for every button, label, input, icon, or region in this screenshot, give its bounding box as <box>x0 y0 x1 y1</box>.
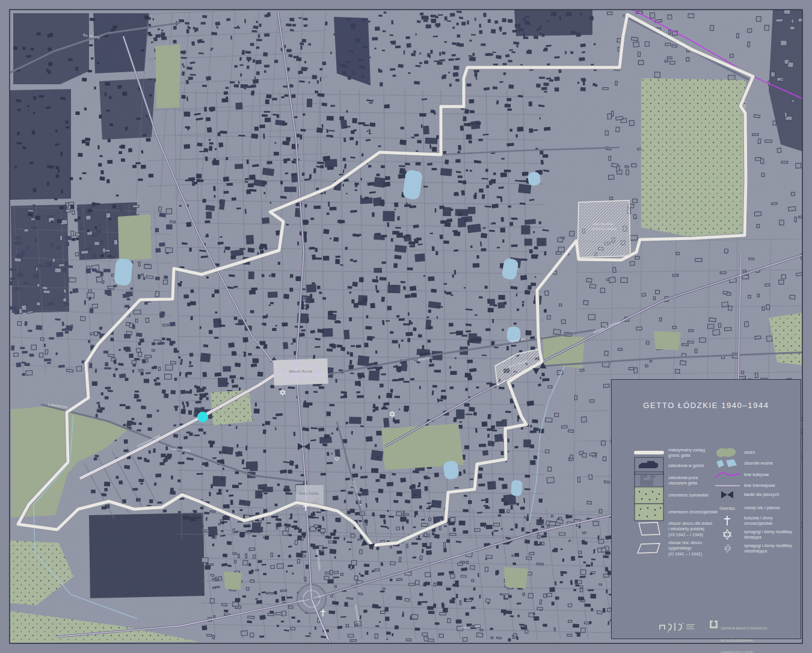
university-logo-line2: IM. FILIPA FRIEDMANA <box>721 639 767 643</box>
publisher-logo <box>659 621 701 637</box>
map-stage[interactable]: Św. TeresyLutomierskaLutomierskaLimanows… <box>0 0 812 653</box>
university-logo-mark <box>709 619 718 630</box>
synagogues-former-swatch-icon <box>713 538 742 559</box>
legend-panel: GETTO ŁÓDZKIE 1940–1944 maksymalny zasię… <box>611 379 801 639</box>
university-logo: CENTRUM BADAŃ ŻYDOWSKICH IM. FILIPA FRIE… <box>709 619 767 653</box>
legend-title: GETTO ŁÓDZKIE 1940–1944 <box>612 401 801 410</box>
legend-logos: CENTRUM BADAŃ ŻYDOWSKICH IM. FILIPA FRIE… <box>612 618 802 637</box>
legend-item-label: kładki dla pieszych <box>744 492 801 497</box>
university-logo-line1: CENTRUM BADAŃ ŻYDOWSKICH <box>721 627 767 631</box>
legend-item-synagogues-former: synagogi i domy modlitwy nieistniejące <box>612 538 802 559</box>
legend-item-label: synagogi i domy modlitwy nieistniejące <box>744 543 801 554</box>
